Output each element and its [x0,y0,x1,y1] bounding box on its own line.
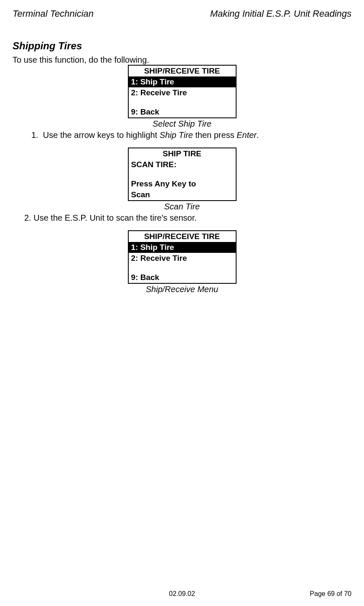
caption-scan-tire: Scan Tire [13,202,351,211]
menu-item-receive-tire: 2: Receive Tire [129,87,236,98]
step-number: 1. [31,130,38,140]
intro-text: To use this function, do the following. [13,55,351,65]
screen-ship-tire: SHIP TIRE SCAN TIRE: Press Any Key to Sc… [128,148,237,201]
menu-item-back: 9: Back [129,107,236,117]
screen-title: SHIP TIRE [129,148,236,159]
press-key-line1: Press Any Key to [129,178,236,189]
caption-ship-receive-menu: Ship/Receive Menu [13,285,351,294]
menu-item-receive-tire: 2: Receive Tire [129,253,236,264]
step-text-end: . [257,130,259,140]
spacer [129,98,236,107]
menu-item-ship-tire: 1: Ship Tire [129,76,236,87]
footer-page: Page 69 of 70 [239,590,351,598]
header-left: Terminal Technician [13,8,94,19]
header-right: Making Initial E.S.P. Unit Readings [210,8,351,19]
screen-ship-receive-2: SHIP/RECEIVE TIRE 1: Ship Tire 2: Receiv… [128,230,237,284]
page-header: Terminal Technician Making Initial E.S.P… [13,8,351,19]
footer-left [13,590,125,598]
caption-select-ship-tire: Select Ship Tire [13,119,351,129]
step-text-mid: then press [193,130,237,140]
step-text-start: Use the arrow keys to highlight [43,130,160,140]
screen-title: SHIP/RECEIVE TIRE [129,231,236,242]
screen-ship-receive-1: SHIP/RECEIVE TIRE 1: Ship Tire 2: Receiv… [128,65,237,118]
step-italic-ship-tire: Ship Tire [160,130,193,140]
spacer [129,170,236,178]
menu-item-back: 9: Back [129,272,236,283]
spacer [129,264,236,272]
screen-title: SHIP/RECEIVE TIRE [129,66,236,76]
step-1: 1. Use the arrow keys to highlight Ship … [31,130,351,140]
menu-item-ship-tire: 1: Ship Tire [129,242,236,253]
step-2: 2. Use the E.S.P. Unit to scan the tire'… [24,213,351,223]
press-key-line2: Scan [129,189,236,200]
section-title: Shipping Tires [13,40,351,52]
page-footer: 02.09.02 Page 69 of 70 [13,590,351,598]
step-italic-enter: Enter [237,130,257,140]
footer-date: 02.09.02 [125,590,238,598]
scan-tire-label: SCAN TIRE: [129,159,236,170]
